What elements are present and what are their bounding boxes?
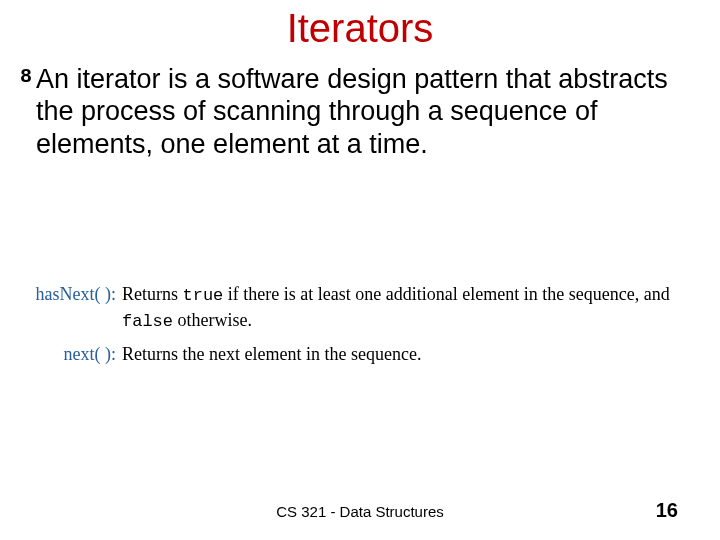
footer-page-number: 16 (656, 499, 678, 522)
method-description: Returns the next element in the sequence… (122, 342, 710, 366)
desc-text: Returns the next element in the sequence… (122, 344, 421, 364)
footer-course-label: CS 321 - Data Structures (0, 503, 720, 520)
desc-text: otherwise. (173, 310, 252, 330)
bullet-content: An iterator is a software design pattern… (36, 63, 700, 160)
method-row: next( ): Returns the next element in the… (10, 342, 710, 366)
keyword-false: false (122, 312, 173, 331)
method-definitions: hasNext( ): Returns true if there is at … (10, 282, 710, 374)
method-name: next( ): (10, 342, 122, 366)
method-row: hasNext( ): Returns true if there is at … (10, 282, 710, 334)
desc-text: Returns (122, 284, 183, 304)
slide: Iterators 8 An iterator is a software de… (0, 0, 720, 540)
bullet-item: 8 An iterator is a software design patte… (20, 63, 700, 160)
body-text: 8 An iterator is a software design patte… (0, 63, 720, 160)
keyword-true: true (183, 286, 224, 305)
method-description: Returns true if there is at least one ad… (122, 282, 710, 334)
bullet-marker-icon: 8 (20, 63, 32, 91)
slide-title: Iterators (0, 0, 720, 51)
method-name: hasNext( ): (10, 282, 122, 306)
desc-text: if there is at least one additional elem… (223, 284, 669, 304)
